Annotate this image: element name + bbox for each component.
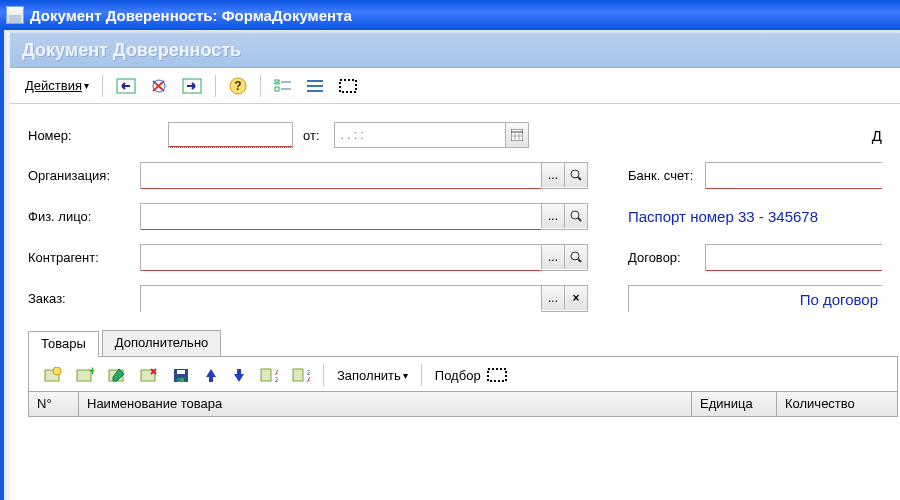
tab-toolbar: + ok AZ ZA Заполнить ▾ Подбор	[28, 357, 898, 391]
tab-goods[interactable]: Товары	[28, 331, 99, 357]
contragent-browse-button[interactable]: ...	[541, 245, 564, 269]
nav-forward-icon	[182, 78, 202, 94]
caret-down-icon: ▾	[403, 370, 408, 381]
from-label: от:	[303, 128, 320, 143]
contragent-search-button[interactable]	[564, 245, 587, 269]
window-title: Документ Доверенность: ФормаДокумента	[30, 7, 352, 24]
toolbar-separator	[421, 364, 422, 386]
dotted-rect-icon	[338, 78, 358, 94]
cutoff-label: Д	[872, 127, 882, 144]
person-input[interactable]	[141, 204, 541, 230]
svg-point-25	[53, 367, 61, 375]
svg-point-20	[571, 211, 579, 219]
add-row-icon: +	[76, 367, 94, 383]
by-contract-field[interactable]: По договор	[629, 286, 882, 312]
org-label: Организация:	[28, 168, 140, 183]
svg-text:ok: ok	[177, 376, 185, 383]
search-icon	[570, 169, 582, 181]
svg-rect-12	[340, 80, 356, 92]
tb-sort-az[interactable]: AZ	[255, 363, 283, 387]
date-value: . . : :	[335, 128, 505, 142]
main-toolbar: Действия ▾ ?	[10, 68, 900, 104]
save-icon: ok	[172, 367, 190, 383]
toolbar-nav-forward[interactable]	[177, 73, 207, 99]
svg-rect-36	[293, 369, 303, 381]
contract-label: Договор:	[628, 250, 705, 265]
svg-text:+: +	[89, 367, 94, 378]
person-search-button[interactable]	[564, 204, 587, 228]
org-browse-button[interactable]: ...	[541, 163, 564, 187]
order-browse-button[interactable]: ...	[541, 286, 564, 310]
grid-col-unit[interactable]: Единица	[692, 392, 777, 416]
toolbar-help[interactable]: ?	[224, 73, 252, 99]
toolbar-separator	[260, 75, 261, 97]
date-input[interactable]: . . : :	[334, 122, 529, 148]
passport-text: Паспорт номер 33 - 345678	[628, 208, 818, 225]
tb-up[interactable]	[199, 363, 223, 387]
contragent-input[interactable]	[141, 245, 541, 271]
org-input[interactable]	[141, 163, 541, 189]
sort-za-icon: ZA	[292, 367, 310, 383]
tb-save[interactable]: ok	[167, 363, 195, 387]
search-icon	[570, 210, 582, 222]
edit-row-icon	[108, 367, 126, 383]
tb-down[interactable]	[227, 363, 251, 387]
selection-button[interactable]: Подбор	[430, 363, 512, 387]
svg-rect-13	[511, 129, 523, 141]
number-input[interactable]	[168, 122, 293, 148]
list-lines-icon	[306, 78, 324, 94]
bank-label: Банк. счет:	[628, 168, 705, 183]
new-row-icon	[44, 367, 62, 383]
tb-delete[interactable]	[135, 363, 163, 387]
svg-text:A: A	[307, 375, 310, 383]
toolbar-separator	[323, 364, 324, 386]
nav-back-icon	[116, 78, 136, 94]
svg-text:Z: Z	[275, 375, 278, 383]
sort-az-icon: AZ	[260, 367, 278, 383]
org-search-button[interactable]	[564, 163, 587, 187]
actions-dropdown[interactable]: Действия ▾	[20, 73, 94, 99]
order-label: Заказ:	[28, 291, 140, 306]
grid-col-number[interactable]: N°	[29, 392, 79, 416]
svg-line-21	[578, 218, 581, 221]
titlebar: Документ Доверенность: ФормаДокумента	[0, 0, 900, 30]
svg-point-22	[571, 252, 579, 260]
app-icon	[6, 6, 24, 24]
fill-dropdown[interactable]: Заполнить ▾	[332, 363, 413, 387]
order-clear-button[interactable]: ×	[564, 286, 587, 310]
tab-additional[interactable]: Дополнительно	[102, 330, 222, 356]
order-input[interactable]	[141, 286, 541, 312]
grid-col-name[interactable]: Наименование товара	[79, 392, 692, 416]
search-icon	[570, 251, 582, 263]
svg-point-18	[571, 170, 579, 178]
toolbar-list-check[interactable]	[269, 73, 297, 99]
toolbar-list-lines[interactable]	[301, 73, 329, 99]
calendar-button[interactable]	[505, 123, 528, 147]
tb-edit[interactable]	[103, 363, 131, 387]
arrow-up-icon	[204, 367, 218, 383]
person-browse-button[interactable]: ...	[541, 204, 564, 228]
number-label: Номер:	[28, 128, 168, 143]
person-label: Физ. лицо:	[28, 209, 140, 224]
toolbar-dotted-rect[interactable]	[333, 73, 363, 99]
tb-add[interactable]: +	[71, 363, 99, 387]
bank-input[interactable]	[706, 163, 882, 189]
svg-rect-31	[177, 370, 185, 374]
grid-header: N° Наименование товара Единица Количеств…	[28, 391, 898, 417]
grid-col-qty[interactable]: Количество	[777, 392, 897, 416]
contract-input[interactable]	[706, 245, 882, 271]
arrow-down-icon	[232, 367, 246, 383]
svg-text:?: ?	[234, 79, 241, 93]
contragent-label: Контрагент:	[28, 250, 140, 265]
svg-rect-7	[275, 87, 279, 91]
document-header-title: Документ Доверенность	[22, 40, 241, 61]
toolbar-refresh[interactable]	[145, 73, 173, 99]
tabs: Товары Дополнительно	[28, 330, 898, 357]
toolbar-nav-back[interactable]	[111, 73, 141, 99]
tb-sort-za[interactable]: ZA	[287, 363, 315, 387]
delete-row-icon	[140, 367, 158, 383]
svg-rect-33	[261, 369, 271, 381]
tb-new[interactable]	[39, 363, 67, 387]
calendar-icon	[511, 129, 523, 141]
svg-line-19	[578, 177, 581, 180]
